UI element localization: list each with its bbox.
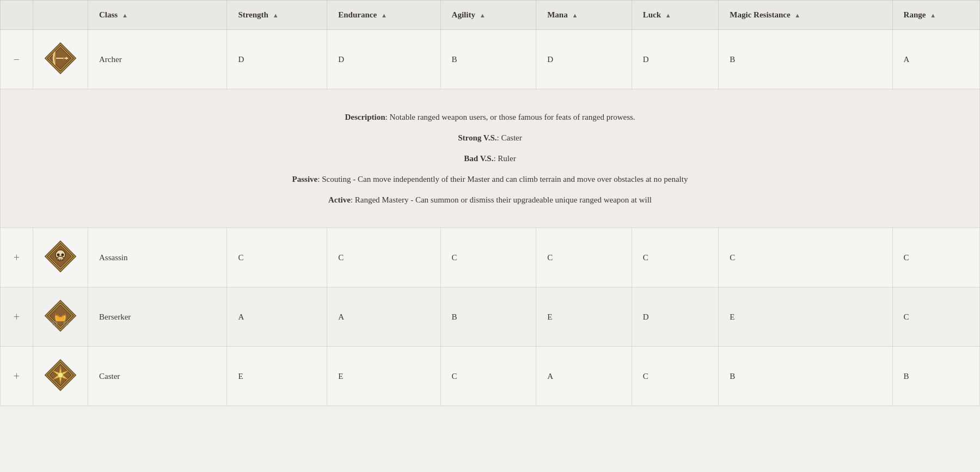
magic-resistance-caster: B (719, 347, 892, 406)
magic-resistance-assassin: C (719, 228, 892, 287)
agility-archer: B (440, 30, 536, 89)
col-header-agility[interactable]: Agility ▲ (440, 1, 536, 30)
class-icon-cell-assassin (33, 228, 88, 287)
mana-caster: A (536, 347, 632, 406)
col-label-range: Range (904, 10, 926, 19)
class-name-archer: Archer (88, 30, 227, 89)
agility-assassin: C (440, 228, 536, 287)
bad-vs-label: Bad V.S. (464, 154, 493, 163)
class-name-caster: Caster (88, 347, 227, 406)
agility-berserker: B (440, 287, 536, 347)
svg-point-11 (57, 254, 60, 256)
table-row: − Archer D D B D D B A (1, 30, 980, 89)
col-label-mana: Mana (547, 10, 568, 19)
svg-point-25 (58, 372, 63, 378)
table-row: + Caster E E C A C B B (1, 347, 980, 406)
sort-arrow-luck: ▲ (665, 12, 671, 19)
mana-archer: D (536, 30, 632, 89)
sort-arrow-class: ▲ (122, 12, 128, 19)
expanded-content-archer: Description: Notable ranged weapon users… (1, 89, 980, 228)
endurance-assassin: C (327, 228, 440, 287)
col-header-mana[interactable]: Mana ▲ (536, 1, 632, 30)
passive-line: Passive: Scouting - Can move independent… (33, 171, 947, 187)
range-caster: B (892, 347, 979, 406)
sort-arrow-range: ▲ (930, 12, 936, 19)
table-row: + Assassin C C C C C C C (1, 228, 980, 287)
col-header-strength[interactable]: Strength ▲ (227, 1, 327, 30)
magic-resistance-archer: B (719, 30, 892, 89)
col-header-icon (33, 1, 88, 30)
mana-berserker: E (536, 287, 632, 347)
bad-vs-line: Bad V.S.: Ruler (33, 150, 947, 167)
luck-archer: D (632, 30, 719, 89)
description-label: Description (345, 113, 385, 121)
description-line: Description: Notable ranged weapon users… (33, 109, 947, 125)
magic-resistance-berserker: E (719, 287, 892, 347)
mana-assassin: C (536, 228, 632, 287)
endurance-caster: E (327, 347, 440, 406)
class-name-assassin: Assassin (88, 228, 227, 287)
col-label-agility: Agility (452, 10, 475, 19)
class-name-berserker: Berserker (88, 287, 227, 347)
table-row: + Berserker A A B E D E C (1, 287, 980, 347)
col-header-endurance[interactable]: Endurance ▲ (327, 1, 440, 30)
strength-assassin: C (227, 228, 327, 287)
expand-button-assassin[interactable]: + (1, 228, 33, 287)
agility-caster: C (440, 347, 536, 406)
col-header-expand (1, 1, 33, 30)
col-header-magic-resistance[interactable]: Magic Resistance ▲ (719, 1, 892, 30)
expand-button-caster[interactable]: + (1, 347, 33, 406)
col-header-range[interactable]: Range ▲ (892, 1, 979, 30)
strength-berserker: A (227, 287, 327, 347)
class-icon-cell-archer (33, 30, 88, 89)
endurance-archer: D (327, 30, 440, 89)
expanded-row-archer: Description: Notable ranged weapon users… (1, 89, 980, 228)
sort-arrow-endurance: ▲ (381, 12, 387, 19)
range-archer: A (892, 30, 979, 89)
sort-arrow-mana: ▲ (572, 12, 578, 19)
range-assassin: C (892, 228, 979, 287)
sort-arrow-strength: ▲ (273, 12, 279, 19)
strength-archer: D (227, 30, 327, 89)
sort-arrow-magic-resistance: ▲ (794, 12, 800, 19)
col-label-magic-resistance: Magic Resistance (730, 10, 790, 19)
col-label-endurance: Endurance (338, 10, 377, 19)
passive-label: Passive (292, 175, 318, 183)
luck-caster: C (632, 347, 719, 406)
expand-button-archer[interactable]: − (1, 30, 33, 89)
class-icon-cell-berserker (33, 287, 88, 347)
endurance-berserker: A (327, 287, 440, 347)
col-label-class: Class (99, 10, 118, 19)
active-label: Active (328, 195, 351, 204)
strength-caster: E (227, 347, 327, 406)
luck-assassin: C (632, 228, 719, 287)
class-icon-cell-caster (33, 347, 88, 406)
col-header-class[interactable]: Class ▲ (88, 1, 227, 30)
col-label-strength: Strength (238, 10, 268, 19)
expand-button-berserker[interactable]: + (1, 287, 33, 347)
col-label-luck: Luck (643, 10, 661, 19)
strong-vs-line: Strong V.S.: Caster (33, 130, 947, 146)
range-berserker: C (892, 287, 979, 347)
luck-berserker: D (632, 287, 719, 347)
active-line: Active: Ranged Mastery - Can summon or d… (33, 192, 947, 208)
strong-vs-label: Strong V.S. (458, 133, 497, 142)
sort-arrow-agility: ▲ (480, 12, 486, 19)
col-header-luck[interactable]: Luck ▲ (632, 1, 719, 30)
svg-point-12 (62, 254, 64, 256)
